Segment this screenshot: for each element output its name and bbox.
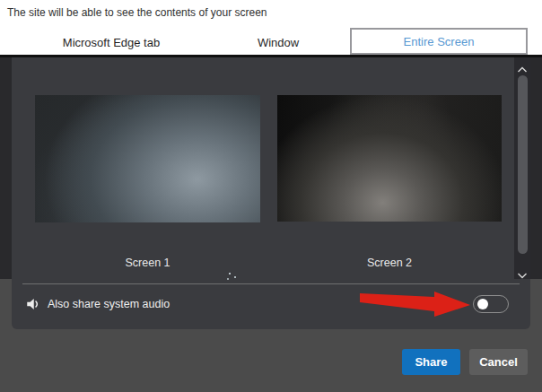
screen-2-label: Screen 2 [277, 257, 502, 270]
cancel-button[interactable]: Cancel [469, 349, 528, 375]
audio-row-separator [22, 283, 520, 284]
chevron-down-icon[interactable] [517, 266, 528, 274]
dialog-header-bar: The site will be able to see the content… [0, 0, 542, 55]
tab-microsoft-edge-tab[interactable]: Microsoft Edge tab [48, 36, 174, 49]
screen-share-dialog: The site will be able to see the content… [0, 0, 542, 392]
cursor-dots [229, 273, 231, 274]
chevron-up-icon[interactable] [517, 61, 528, 68]
audio-toggle[interactable] [473, 295, 509, 313]
screen-1-label: Screen 1 [35, 257, 260, 270]
share-button[interactable]: Share [402, 349, 460, 375]
red-arrow-icon [359, 290, 472, 322]
audio-toggle-label: Also share system audio [48, 298, 170, 310]
tab-entire-screen[interactable]: Entire Screen [350, 28, 528, 55]
screen-2-thumbnail[interactable] [277, 95, 502, 222]
screen-1-thumbnail[interactable] [35, 95, 260, 222]
dialog-title: The site will be able to see the content… [7, 6, 267, 19]
scrollbar-thumb[interactable] [518, 75, 528, 254]
speaker-icon [25, 296, 41, 312]
tab-window[interactable]: Window [215, 36, 341, 49]
toggle-knob [477, 299, 488, 309]
